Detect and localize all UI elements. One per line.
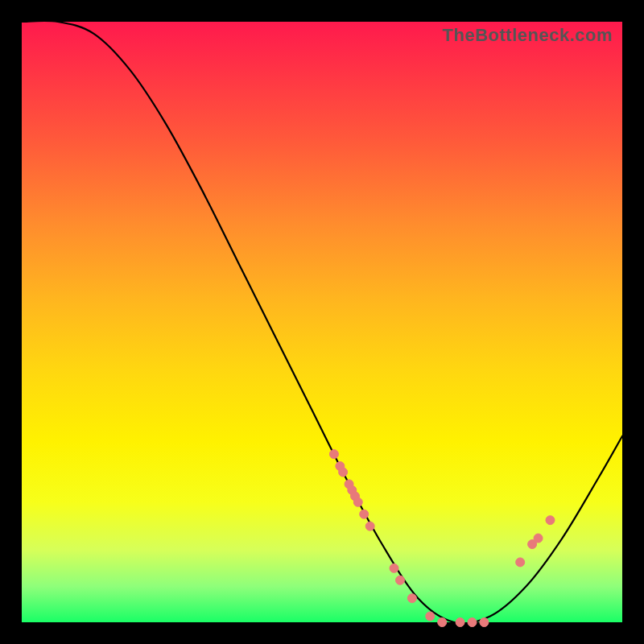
marker-dot xyxy=(534,534,543,543)
marker-dot xyxy=(407,594,416,603)
marker-dot xyxy=(329,450,338,459)
marker-dot xyxy=(390,564,398,572)
bottleneck-curve xyxy=(22,21,622,624)
marker-dot xyxy=(480,618,489,627)
chart-plot-area: TheBottleneck.com xyxy=(22,22,622,622)
marker-dot xyxy=(468,618,477,627)
chart-svg xyxy=(22,22,622,622)
marker-dot xyxy=(339,468,348,477)
marker-dot xyxy=(360,510,369,518)
marker-dot xyxy=(353,497,362,506)
marker-dot xyxy=(546,516,555,525)
marker-dot xyxy=(456,618,464,627)
marker-dot xyxy=(516,558,525,567)
marker-dot xyxy=(426,612,435,621)
marker-dot xyxy=(365,522,374,530)
marker-dot xyxy=(395,576,404,584)
marker-dot xyxy=(438,618,447,627)
marker-group xyxy=(329,450,555,627)
